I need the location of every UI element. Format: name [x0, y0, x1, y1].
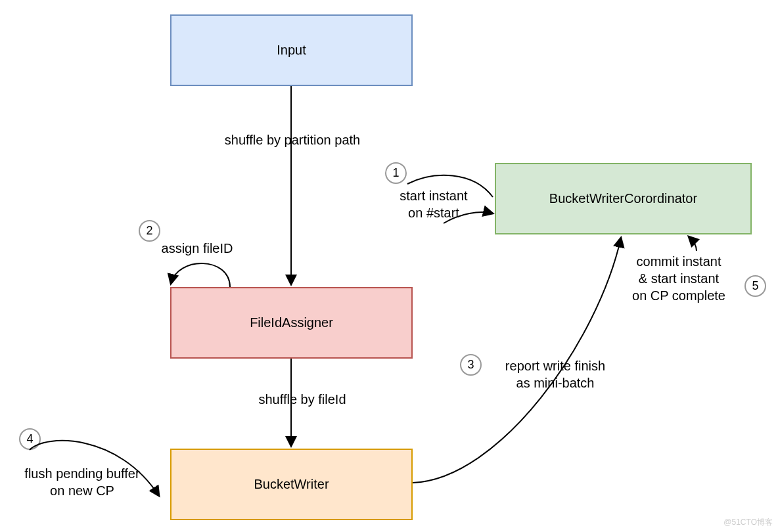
edge-label-flush-pending: flush pending buffer on new CP	[7, 465, 158, 499]
node-input-label: Input	[277, 43, 306, 58]
node-bucket-writer: BucketWriter	[170, 449, 413, 520]
edge-label-assign-fileid: assign fileID	[151, 240, 243, 257]
step-badge-4: 4	[19, 428, 41, 450]
step-badge-1: 1	[385, 162, 407, 184]
node-bucket-writer-label: BucketWriter	[254, 477, 329, 492]
step-badge-5: 5	[744, 275, 766, 297]
node-coordinator: BucketWriterCorordinator	[495, 163, 752, 234]
edge-label-report-write: report write finish as mini-batch	[483, 357, 628, 391]
edge-label-shuffle-partition: shuffle by partition path	[197, 131, 388, 148]
edge-label-start-instant: start instant on #start	[375, 187, 493, 221]
step-badge-2: 2	[139, 220, 160, 242]
edge-label-shuffle-fileid: shuffle by fileId	[243, 391, 361, 408]
node-fileid-assigner: FileIdAssigner	[170, 287, 413, 359]
node-input: Input	[170, 14, 413, 86]
edge-label-commit-instant: commit instant & start instant on CP com…	[610, 253, 748, 304]
node-coordinator-label: BucketWriterCorordinator	[549, 191, 697, 206]
node-fileid-assigner-label: FileIdAssigner	[250, 315, 333, 330]
step-badge-3: 3	[460, 354, 482, 376]
watermark: @51CTO博客	[723, 517, 773, 528]
